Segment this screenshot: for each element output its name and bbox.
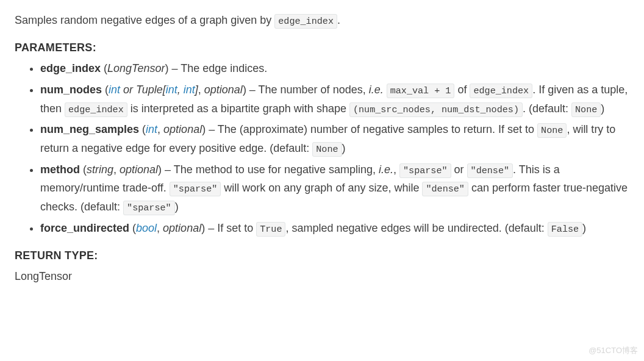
param-num-nodes: num_nodes (int or Tuple[int, int], optio… [40, 80, 629, 118]
param-type: LongTensor [107, 62, 165, 74]
type-string: string [87, 163, 113, 176]
optional-label: optional [163, 123, 202, 135]
code-none: None [537, 123, 567, 138]
code-none: None [571, 102, 601, 117]
type-int-link[interactable]: int [184, 84, 195, 96]
code-none: None [312, 142, 342, 157]
type-comma: , [177, 84, 184, 96]
code-edgeindex: edge_index [470, 84, 532, 98]
param-num-neg-samples: num_neg_samples (int, optional) – The (a… [40, 120, 629, 157]
return-type-heading: RETURN TYPE: [15, 246, 629, 265]
summary-code: edge_index [274, 14, 337, 29]
or: or [451, 163, 467, 176]
param-name: method [40, 163, 80, 176]
code-true: True [256, 222, 285, 237]
return-type-value: LongTensor [15, 267, 629, 286]
desc-default-post: ) [601, 102, 604, 115]
optional-label: optional [163, 222, 201, 234]
comma: , [393, 163, 399, 176]
desc-mid: , sampled negative edges will be undirec… [285, 222, 547, 234]
code-sparse: "sparse" [170, 182, 221, 196]
code-false: False [548, 222, 582, 237]
code-shape: (num_src_nodes, num_dst_nodes) [349, 102, 523, 117]
desc-post: ) [582, 222, 586, 234]
summary: Samples random negative edges of a graph… [15, 11, 629, 30]
type-int-link[interactable]: int [146, 123, 157, 135]
desc-bipartite: is interpreted as a bipartite graph with… [127, 102, 349, 115]
desc-default-pre: . (default: [523, 102, 571, 115]
code-edgeindex: edge_index [65, 102, 127, 117]
type-bool-link[interactable]: bool [136, 222, 157, 234]
code-sparse: "sparse" [399, 163, 451, 178]
ie: i.e. [379, 163, 393, 176]
param-edge-index: edge_index (LongTensor) – The edge indic… [40, 59, 629, 78]
param-force-undirected: force_undirected (bool, optional) – If s… [40, 219, 629, 238]
parameters-list: edge_index (LongTensor) – The edge indic… [15, 59, 629, 237]
type-int-link[interactable]: int [109, 84, 120, 96]
desc-of: of [454, 84, 470, 96]
desc-post: ) [342, 142, 346, 154]
param-name: num_neg_samples [40, 123, 139, 135]
code-dense: "dense" [422, 182, 468, 196]
param-name: edge_index [40, 62, 101, 74]
parameters-heading: PARAMETERS: [15, 38, 629, 57]
optional-label: optional [120, 163, 158, 176]
summary-prefix: Samples random negative edges of a graph… [15, 14, 274, 26]
type-or: or Tuple[ [120, 84, 166, 96]
type-int-link[interactable]: int [166, 84, 177, 96]
desc-pre: The (approximate) number of negative sam… [218, 123, 537, 135]
desc-pre: If set to [217, 222, 256, 234]
desc-sparse: will work on any graph of any size, whil… [221, 182, 422, 194]
desc-pre: The method to use for negative sampling, [174, 163, 379, 176]
optional-label: optional [204, 84, 243, 96]
param-desc: The edge indices. [181, 62, 267, 74]
code-dense: "dense" [467, 163, 513, 178]
ie: i.e. [369, 84, 384, 96]
code-maxval: max_val + 1 [387, 84, 455, 98]
summary-suffix: . [337, 14, 340, 26]
desc-pre: The number of nodes, [259, 84, 369, 96]
param-name: force_undirected [40, 222, 129, 234]
code-default: "sparse" [123, 201, 175, 215]
param-name: num_nodes [40, 84, 102, 96]
desc-post: ) [175, 201, 179, 213]
param-method: method (string, optional) – The method t… [40, 160, 629, 216]
